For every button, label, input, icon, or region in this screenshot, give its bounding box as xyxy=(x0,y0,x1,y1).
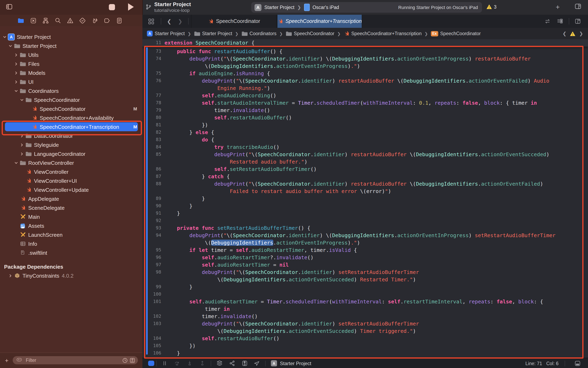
code-text[interactable]: try transcribeAudio() xyxy=(161,144,279,151)
code-line[interactable]: 105}) xyxy=(142,342,555,350)
line-number[interactable]: 83 xyxy=(142,136,161,144)
code-text[interactable]: timer in xyxy=(161,305,230,313)
chevron-down-icon[interactable] xyxy=(14,89,18,93)
sticky-scope-header[interactable]: 11extension SpeechCoordinator { xyxy=(142,39,588,47)
chevron-right-icon[interactable] xyxy=(14,80,18,84)
code-line[interactable]: 11extension SpeechCoordinator { xyxy=(142,39,588,47)
running-process-label[interactable]: Starter Project xyxy=(280,360,311,366)
sidebar-item-models[interactable]: Models xyxy=(0,68,142,77)
code-text[interactable]: debugPrint("\(SpeechCoordinator.identifi… xyxy=(161,320,419,328)
sidebar-item-speechcoordinator[interactable]: SpeechCoordinator xyxy=(0,95,142,104)
code-line[interactable]: 93private func setRestartAudioBufferTime… xyxy=(142,224,555,232)
forward-chevron-icon[interactable]: ❯ xyxy=(175,18,186,24)
code-text[interactable] xyxy=(161,217,164,224)
code-text[interactable]: self.startAudioIntervalTimer = Timer.sch… xyxy=(161,99,537,107)
chevron-down-icon[interactable] xyxy=(20,98,24,101)
add-button[interactable]: + xyxy=(556,3,560,11)
line-number[interactable]: 81 xyxy=(142,121,161,129)
pause-icon[interactable] xyxy=(162,361,167,366)
code-line[interactable]: 85debugPrint("\(SpeechCoordinator.identi… xyxy=(142,151,555,158)
source-control-icon[interactable] xyxy=(27,16,39,25)
chevron-down-icon[interactable] xyxy=(2,35,7,39)
filter-field[interactable]: Filter xyxy=(13,356,138,364)
code-line[interactable]: 95if let timer = self.audioRestartTimer,… xyxy=(142,247,555,254)
line-number[interactable] xyxy=(142,188,161,195)
chevron-right-icon[interactable] xyxy=(14,62,18,66)
code-text[interactable]: }) xyxy=(161,121,208,129)
line-number[interactable]: 76 xyxy=(142,77,161,85)
sidebar-item-assets[interactable]: Assets xyxy=(0,221,142,230)
code-text[interactable]: debugPrint("\(SpeechCoordinator.identifi… xyxy=(161,151,549,158)
debug-navigator-icon[interactable] xyxy=(88,16,101,25)
sidebar-item-datacoordinator[interactable]: DataCoordinator xyxy=(0,131,142,140)
line-number[interactable]: 92 xyxy=(142,217,161,224)
code-text[interactable]: \(DebuggingIdentifiers.actionOrEventInPr… xyxy=(161,239,360,247)
step-over-icon[interactable] xyxy=(174,361,180,366)
code-text[interactable]: } xyxy=(161,210,180,217)
code-line[interactable]: 101self.audioRestartTimer = Timer.schedu… xyxy=(142,298,555,305)
tab-speechcoordinator-transcription[interactable]: SpeechCoordinator+Transcription xyxy=(277,15,362,28)
code-line[interactable]: 81}) xyxy=(142,121,555,129)
scheme-device-selector[interactable]: A Starter Project ❯ Oscar's iPad Running… xyxy=(251,2,482,13)
code-line[interactable]: 80self.restartAudioBuffer() xyxy=(142,114,555,121)
code-text[interactable]: self.setRestartAudioBufferTimer() xyxy=(161,166,317,173)
code-text[interactable]: debugPrint("\(SpeechCoordinator.identifi… xyxy=(161,269,419,276)
code-text[interactable]: } else { xyxy=(161,129,214,136)
code-editor[interactable]: 11extension SpeechCoordinator { 73public… xyxy=(142,39,588,358)
line-number[interactable]: 101 xyxy=(142,298,161,305)
sidebar-item-appdelegate[interactable]: AppDelegate xyxy=(0,194,142,203)
line-number[interactable]: 95 xyxy=(142,247,161,254)
code-text[interactable]: public func restartAudioBuffer() { xyxy=(161,48,283,55)
code-line[interactable]: 82} else { xyxy=(142,129,555,136)
line-number[interactable]: 105 xyxy=(142,342,161,350)
project-navigator-icon[interactable] xyxy=(15,16,27,25)
code-text[interactable]: Failed to restart audio buffer with erro… xyxy=(161,188,391,195)
code-text[interactable]: \(DebuggingIdentifiers.actionOrEventInPr… xyxy=(161,63,360,70)
chevron-down-icon[interactable] xyxy=(14,161,18,165)
view-hierarchy-icon[interactable] xyxy=(217,360,223,366)
code-text[interactable]: debugPrint("\(SpeechCoordinator.identifi… xyxy=(161,55,531,63)
breadcrumb-item[interactable]: Coordinators xyxy=(241,31,277,36)
code-line[interactable]: 84try transcribeAudio() xyxy=(142,144,555,151)
breadcrumb-item[interactable]: AStarter Project xyxy=(147,31,185,37)
code-line[interactable]: timer in xyxy=(142,305,555,313)
chevron-right-icon[interactable] xyxy=(14,71,18,75)
code-text[interactable] xyxy=(161,291,164,298)
sidebar-item-scenedelegate[interactable]: SceneDelegate xyxy=(0,203,142,212)
code-text[interactable]: } catch { xyxy=(161,173,230,180)
swap-editor-icon[interactable] xyxy=(544,18,551,24)
code-line[interactable]: 100 xyxy=(142,291,555,298)
debug-area-toggle-icon[interactable] xyxy=(575,360,581,366)
code-line[interactable]: 98debugPrint("\(SpeechCoordinator.identi… xyxy=(142,269,555,276)
code-line[interactable]: \(DebuggingIdentifiers.actionOrEventSucc… xyxy=(142,328,555,335)
breadcrumb-item[interactable]: Starter Project xyxy=(194,31,232,36)
code-rows[interactable]: 73public func restartAudioBuffer() {74de… xyxy=(142,48,555,357)
code-line[interactable]: 94debugPrint("\(SpeechCoordinator.identi… xyxy=(142,232,555,239)
code-text[interactable]: extension SpeechCoordinator { xyxy=(161,39,255,47)
next-issue-chevron-icon[interactable]: ❯ xyxy=(579,31,583,37)
line-number[interactable] xyxy=(142,328,161,335)
search-icon[interactable] xyxy=(52,16,64,25)
code-text[interactable]: self.restartAudioBuffer() xyxy=(161,114,292,121)
symbol-hierarchy-icon[interactable] xyxy=(39,16,52,25)
step-into-icon[interactable] xyxy=(187,361,193,366)
filter-icon[interactable] xyxy=(15,358,24,363)
memory-graph-icon[interactable] xyxy=(229,360,235,366)
assistant-editor-icon[interactable] xyxy=(557,18,563,24)
code-line[interactable]: 92 xyxy=(142,217,555,224)
code-line[interactable]: 96self.audioRestartTimer?.invalidate() xyxy=(142,254,555,261)
line-number[interactable]: 85 xyxy=(142,151,161,158)
line-number[interactable] xyxy=(142,85,161,92)
code-text[interactable]: if let timer = self.audioRestartTimer, t… xyxy=(161,247,357,254)
code-text[interactable]: debugPrint("\(SpeechCoordinator.identifi… xyxy=(161,77,549,85)
sidebar-item-speechcoordinator[interactable]: SpeechCoordinatorM xyxy=(0,104,142,113)
stop-button[interactable] xyxy=(109,4,115,10)
code-text[interactable]: self.endAudioRecording() xyxy=(161,92,276,99)
code-line[interactable]: 73public func restartAudioBuffer() { xyxy=(142,48,555,55)
line-number[interactable]: 90 xyxy=(142,202,161,210)
code-text[interactable]: self.restartAudioBuffer() xyxy=(161,335,279,342)
chevron-down-icon[interactable] xyxy=(8,44,12,48)
sidebar-item-main[interactable]: Main xyxy=(0,212,142,221)
tab-speechcoordinator[interactable]: SpeechCoordinator xyxy=(191,15,277,28)
sidebar-item-tinyconstraints[interactable]: TinyConstraints4.0.2 xyxy=(0,271,142,280)
